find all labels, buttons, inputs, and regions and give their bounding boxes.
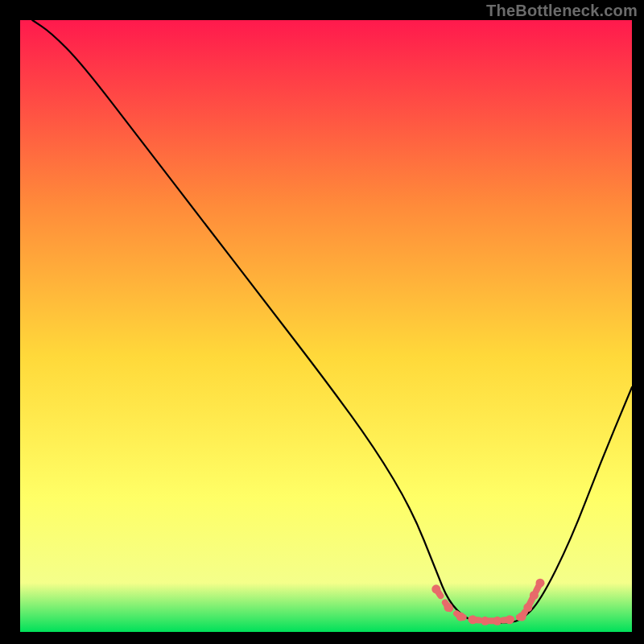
optimal-marker-dot — [506, 615, 514, 624]
optimal-marker-dot — [431, 584, 440, 593]
optimal-marker-dot — [481, 617, 489, 625]
optimal-marker-dot — [493, 617, 502, 625]
optimal-marker-dot — [523, 603, 532, 612]
optimal-marker-dot — [444, 603, 453, 612]
gradient-background — [20, 20, 632, 632]
watermark-text: TheBottleneck.com — [486, 2, 638, 20]
optimal-marker-dot — [530, 591, 539, 600]
optimal-marker-dot — [456, 613, 465, 621]
chart-container: TheBottleneck.com — [0, 0, 644, 644]
bottleneck-chart — [0, 0, 644, 644]
optimal-marker-dot — [536, 579, 545, 588]
optimal-marker-dot — [469, 615, 477, 624]
optimal-marker-dot — [518, 613, 526, 621]
